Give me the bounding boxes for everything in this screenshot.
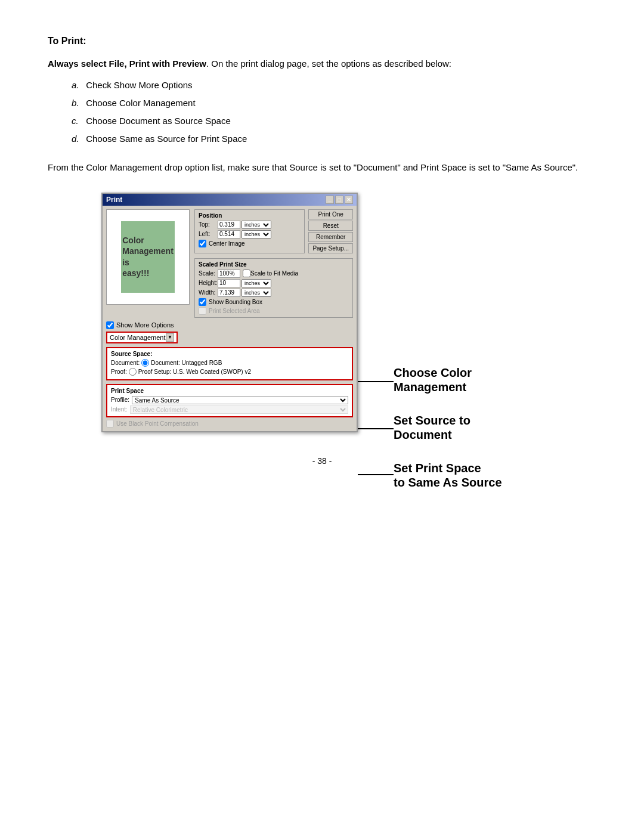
- scale-fit-label: Scale to Fit Media: [250, 270, 298, 277]
- intro-paragraph: Always select File, Print with Preview. …: [48, 57, 596, 71]
- height-input[interactable]: [218, 279, 240, 287]
- maximize-button[interactable]: □: [335, 196, 343, 204]
- position-label: Position: [199, 212, 301, 219]
- width-row: Width: inches: [199, 289, 349, 297]
- bounding-box-row: Show Bounding Box: [199, 298, 349, 306]
- top-label: Top:: [199, 221, 218, 228]
- document-radio-row: Document: Document: Untagged RGB: [111, 359, 348, 367]
- blackpoint-checkbox[interactable]: [106, 420, 114, 428]
- scale-input[interactable]: [218, 270, 240, 278]
- step-text-d: Choose Same as Source for Print Space: [86, 134, 247, 144]
- proof-radio[interactable]: [129, 368, 137, 376]
- cm-dropdown-row: Color Management ▼: [106, 332, 353, 343]
- print-selected-label: Print Selected Area: [209, 308, 260, 314]
- blackpoint-row: Use Black Point Compensation: [106, 420, 353, 428]
- list-item: d. Choose Same as Source for Print Space: [72, 132, 596, 146]
- step-text-a: Check Show More Options: [86, 80, 192, 90]
- proof-value: Proof Setup: U.S. Web Coated (SWOP) v2: [138, 368, 251, 375]
- center-image-label: Center Image: [209, 240, 245, 247]
- reset-button[interactable]: Reset: [308, 221, 353, 231]
- list-item: a. Check Show More Options: [72, 78, 596, 92]
- cm-dropdown[interactable]: Color Management ▼: [106, 332, 178, 343]
- intro-bold: Always select File, Print with Preview: [48, 58, 206, 69]
- page-setup-button[interactable]: Page Setup...: [308, 243, 353, 253]
- right-buttons: Print One Reset Remember Page Setup...: [308, 209, 353, 253]
- print-one-button[interactable]: Print One: [308, 209, 353, 219]
- dialog-top: ColorManagementiseasy!!! Position Top:: [106, 209, 353, 318]
- annotation-set-source: Set Source toDocument: [394, 413, 470, 442]
- steps-list: a. Check Show More Options b. Choose Col…: [72, 78, 596, 146]
- preview-text: ColorManagementiseasy!!!: [122, 235, 174, 278]
- step-text-c: Choose Document as Source Space: [86, 116, 231, 126]
- profile-label: Profile:: [111, 397, 129, 403]
- step-letter-b: b.: [72, 96, 83, 110]
- position-group: Position Top: inches Left:: [194, 209, 305, 253]
- print-selected-checkbox[interactable]: [199, 307, 206, 315]
- annotation-choose-color: Choose ColorManagement: [394, 366, 472, 394]
- screenshot-area: Print _ □ ✕ ColorManagementiseasy!!!: [101, 193, 543, 432]
- cm-dropdown-label: Color Management: [110, 334, 166, 341]
- step-letter-a: a.: [72, 78, 83, 92]
- left-input[interactable]: [218, 230, 240, 239]
- source-space-group: Source Space: Document: Document: Untagg…: [106, 347, 353, 380]
- document-label: Document:: [111, 360, 140, 366]
- list-item: b. Choose Color Management: [72, 96, 596, 110]
- profile-row: Profile: Same As Source: [111, 396, 348, 404]
- document-value: Document: Untagged RGB: [151, 360, 222, 366]
- section-title: To Print:: [48, 36, 596, 47]
- arrow-line-1: [358, 381, 394, 382]
- cm-dropdown-arrow: ▼: [166, 333, 174, 342]
- intent-label: Intent:: [111, 406, 128, 413]
- top-input[interactable]: [218, 221, 240, 229]
- bounding-box-checkbox[interactable]: [199, 298, 206, 306]
- arrow-line-3: [358, 474, 394, 475]
- scale-row: Scale: Scale to Fit Media: [199, 270, 349, 278]
- print-dialog: Print _ □ ✕ ColorManagementiseasy!!!: [101, 193, 358, 432]
- profile-select[interactable]: Same As Source: [132, 396, 348, 404]
- dialog-title: Print: [106, 196, 122, 204]
- description-paragraph: From the Color Management drop option li…: [48, 160, 596, 175]
- height-row: Height: inches: [199, 279, 349, 287]
- height-unit-select[interactable]: inches: [242, 279, 271, 287]
- step-letter-d: d.: [72, 132, 83, 146]
- close-button[interactable]: ✕: [345, 196, 353, 204]
- scale-fit-checkbox[interactable]: [243, 270, 250, 277]
- preview-box: ColorManagementiseasy!!!: [106, 209, 190, 305]
- intent-select[interactable]: Relative Colorimetric: [130, 405, 348, 414]
- width-unit-select[interactable]: inches: [242, 289, 271, 297]
- intro-rest: . On the print dialog page, set the opti…: [206, 58, 451, 69]
- scaled-label: Scaled Print Size: [199, 261, 349, 268]
- show-more-checkbox[interactable]: [106, 321, 114, 329]
- source-space-label: Source Space:: [111, 351, 348, 357]
- center-image-row: Center Image: [199, 240, 301, 247]
- height-label: Height:: [199, 280, 218, 286]
- proof-radio-row: Proof: Proof Setup: U.S. Web Coated (SWO…: [111, 368, 348, 376]
- show-more-label: Show More Options: [116, 321, 174, 329]
- center-image-checkbox[interactable]: [199, 240, 206, 247]
- blackpoint-label: Use Black Point Compensation: [116, 420, 199, 427]
- width-label: Width:: [199, 289, 218, 296]
- dialog-titlebar: Print _ □ ✕: [103, 194, 357, 206]
- titlebar-buttons: _ □ ✕: [326, 196, 353, 204]
- dialog-body: ColorManagementiseasy!!! Position Top:: [103, 206, 357, 431]
- remember-button[interactable]: Remember: [308, 232, 353, 242]
- left-row: Left: inches: [199, 230, 301, 239]
- top-unit-select[interactable]: inches: [242, 221, 271, 229]
- show-more-row: Show More Options: [106, 321, 353, 329]
- step-text-b: Choose Color Management: [86, 98, 195, 108]
- proof-label: Proof:: [111, 368, 127, 375]
- arrow-line-2: [358, 428, 394, 429]
- minimize-button[interactable]: _: [326, 196, 334, 204]
- step-letter-c: c.: [72, 114, 83, 128]
- preview-inner: ColorManagementiseasy!!!: [121, 221, 175, 293]
- top-row: Top: inches: [199, 221, 301, 229]
- page-number: - 38 -: [48, 456, 596, 466]
- left-label: Left:: [199, 231, 218, 237]
- document-radio[interactable]: [141, 359, 149, 367]
- width-input[interactable]: [218, 289, 240, 297]
- left-unit-select[interactable]: inches: [242, 230, 271, 239]
- list-item: c. Choose Document as Source Space: [72, 114, 596, 128]
- scale-label: Scale:: [199, 270, 218, 277]
- annotation-set-print-space: Set Print Spaceto Same As Source: [394, 461, 502, 490]
- print-space-group: Print Space Profile: Same As Source Inte…: [106, 384, 353, 417]
